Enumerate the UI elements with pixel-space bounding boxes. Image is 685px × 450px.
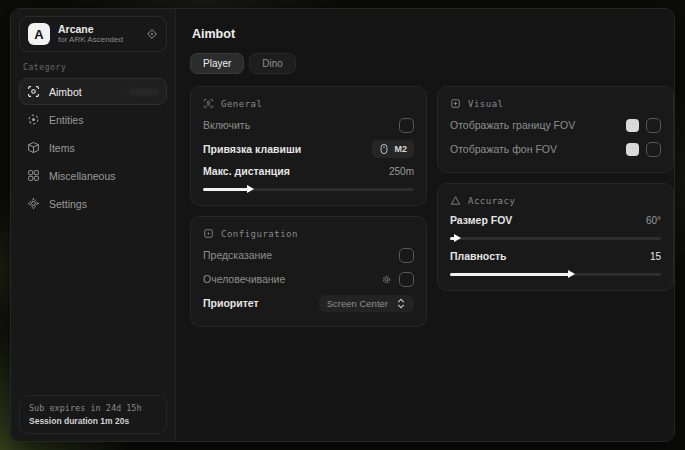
slider-thumb[interactable] xyxy=(568,270,575,278)
smoothness-label: Плавность xyxy=(450,250,507,262)
fov-background-color-swatch[interactable] xyxy=(626,143,639,156)
tab-player[interactable]: Player xyxy=(190,53,244,74)
app-logo: A xyxy=(28,23,50,45)
slider-thumb[interactable] xyxy=(247,185,254,193)
configuration-icon xyxy=(203,228,214,239)
priority-dropdown[interactable]: Screen Center xyxy=(319,295,414,312)
accuracy-triangle-icon xyxy=(450,195,461,206)
max-distance-slider[interactable] xyxy=(203,188,414,191)
sidebar-item-aimbot[interactable]: Aimbot Aimbot xyxy=(19,78,167,105)
brand-card: A Arcane for ARK Ascended xyxy=(19,16,167,52)
subscription-info: Sub expires in 24d 15h Session duration … xyxy=(19,395,167,434)
fov-size-slider[interactable] xyxy=(450,237,661,240)
chevron-up-down-icon xyxy=(396,298,406,309)
fov-background-checkbox[interactable] xyxy=(646,142,661,157)
person-scan-icon xyxy=(203,98,214,109)
section-title-visual: Visual xyxy=(468,99,504,109)
sidebar-item-label: Entities xyxy=(49,114,83,126)
fov-border-color-swatch[interactable] xyxy=(626,119,639,132)
keybind-value: M2 xyxy=(394,144,407,154)
main-panel: Aimbot Player Dino xyxy=(176,9,675,441)
sidebar-item-entities[interactable]: Entities xyxy=(19,106,167,133)
sidebar-item-items[interactable]: Items xyxy=(19,134,167,161)
keybind-button[interactable]: M2 xyxy=(372,140,414,158)
app-subtitle: for ARK Ascended xyxy=(58,35,138,44)
fov-border-checkbox[interactable] xyxy=(646,118,661,133)
sidebar-item-settings[interactable]: Settings xyxy=(19,190,167,217)
slider-thumb[interactable] xyxy=(454,234,461,242)
category-label: Category xyxy=(23,63,163,72)
accuracy-card: Accuracy Размер FOV 60° Плавность 15 xyxy=(437,183,674,291)
smoothness-value: 15 xyxy=(650,251,661,262)
sub-expires-text: Sub expires in 24d 15h xyxy=(29,403,157,413)
fov-background-label: Отображать фон FOV xyxy=(450,143,557,155)
app-window: A Arcane for ARK Ascended Category xyxy=(10,8,675,442)
tab-dino[interactable]: Dino xyxy=(249,53,296,74)
section-title-accuracy: Accuracy xyxy=(468,196,515,206)
sidebar-item-label: Settings xyxy=(49,198,87,210)
page-title: Aimbot xyxy=(192,27,674,41)
fov-size-label: Размер FOV xyxy=(450,214,512,226)
priority-label: Приоритет xyxy=(203,297,259,309)
session-duration-text: Session duration 1m 20s xyxy=(29,416,157,426)
smoothness-slider[interactable] xyxy=(450,273,661,276)
ghost-text: Aimbot xyxy=(128,86,158,97)
configuration-card: Configuration Предсказание Очеловечивани… xyxy=(190,216,427,327)
sidebar-item-label: Items xyxy=(49,142,75,154)
fov-border-label: Отображать границу FOV xyxy=(450,119,575,131)
humanization-checkbox[interactable] xyxy=(399,272,414,287)
humanization-label: Очеловечивание xyxy=(203,273,285,285)
section-title-general: General xyxy=(221,99,262,109)
sidebar-nav: Aimbot Aimbot Entities xyxy=(11,78,175,217)
keybind-label: Привязка клавиши xyxy=(203,143,301,155)
sidebar-item-miscellaneous[interactable]: Miscellaneous xyxy=(19,162,167,189)
visual-card: Visual Отображать границу FOV Отображать… xyxy=(437,86,674,173)
general-card: General Включить Привязка клавиши xyxy=(190,86,427,206)
aimbot-crosshair-icon xyxy=(27,85,40,98)
max-distance-label: Макс. дистанция xyxy=(203,165,290,177)
visual-frame-icon xyxy=(450,98,461,109)
prediction-checkbox[interactable] xyxy=(399,248,414,263)
fov-size-value: 60° xyxy=(646,215,661,226)
items-box-icon xyxy=(27,141,40,154)
section-title-configuration: Configuration xyxy=(221,229,298,239)
tab-bar: Player Dino xyxy=(190,53,674,74)
app-name: Arcane xyxy=(58,23,138,35)
sidebar: A Arcane for ARK Ascended Category xyxy=(11,9,176,441)
sidebar-item-label: Miscellaneous xyxy=(49,170,116,182)
sidebar-item-label: Aimbot xyxy=(49,86,82,98)
priority-value: Screen Center xyxy=(327,298,388,309)
diamond-status-icon[interactable] xyxy=(146,28,158,40)
enable-checkbox[interactable] xyxy=(399,118,414,133)
max-distance-value: 250m xyxy=(389,166,414,177)
entities-scan-icon xyxy=(27,113,40,126)
enable-label: Включить xyxy=(203,119,250,131)
misc-grid-icon xyxy=(27,169,40,182)
humanization-settings-gear-icon[interactable] xyxy=(381,274,392,285)
settings-gear-icon xyxy=(27,197,40,210)
mouse-icon xyxy=(379,143,389,155)
prediction-label: Предсказание xyxy=(203,249,272,261)
